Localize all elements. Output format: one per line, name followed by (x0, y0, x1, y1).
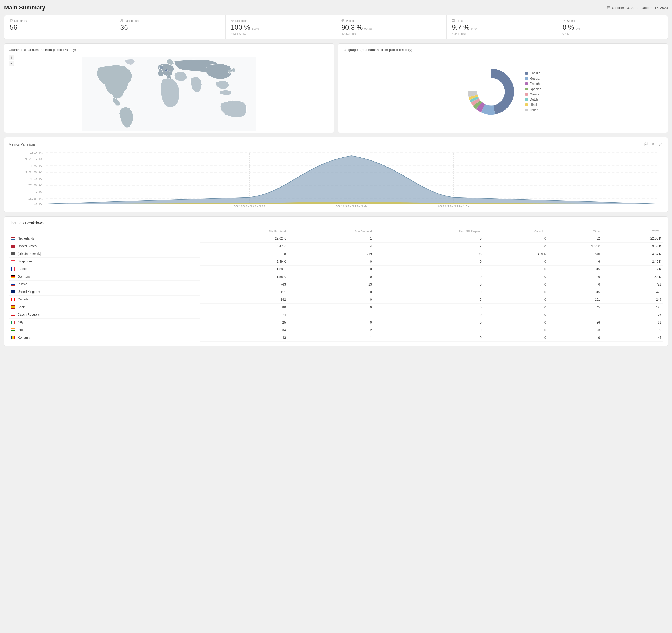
cell-cron-job-10: 0 (484, 311, 548, 319)
cell-cron-job-1: 0 (484, 242, 548, 250)
metrics-users-button[interactable] (651, 142, 656, 147)
cell-country-4: France (9, 265, 200, 273)
svg-point-23 (652, 143, 654, 144)
legend-french: French (525, 82, 541, 86)
cell-rest-api-2: 193 (374, 250, 484, 258)
cell-rest-api-13: 0 (374, 334, 484, 341)
col-header-country (9, 228, 200, 235)
cell-site-backend-5: 0 (288, 273, 374, 281)
table-row: United Kingdom 111 0 0 0 315 426 (9, 288, 663, 296)
legend-dot-dutch (525, 98, 528, 101)
table-row: Romania 43 1 0 0 0 44 (9, 334, 663, 341)
cell-cron-job-2: 3.05 K (484, 250, 548, 258)
map-controls: + − (9, 55, 14, 66)
cell-rest-api-5: 0 (374, 273, 484, 281)
cell-total-2: 4.34 K (602, 250, 663, 258)
cell-country-1: United States (9, 242, 200, 250)
table-row: France 1.38 K 0 0 0 315 1.7 K (9, 265, 663, 273)
cell-cron-job-12: 0 (484, 326, 548, 334)
flag-sg (11, 260, 16, 263)
flag-cz (11, 313, 16, 316)
svg-text:2020-10-14: 2020-10-14 (336, 205, 367, 208)
cell-other-4: 315 (548, 265, 602, 273)
cell-site-frontend-3: 2.49 K (200, 258, 288, 265)
cell-cron-job-9: 0 (484, 303, 548, 311)
cell-other-5: 46 (548, 273, 602, 281)
cell-site-frontend-13: 43 (200, 334, 288, 341)
cell-total-6: 772 (602, 281, 663, 288)
cell-site-frontend-10: 74 (200, 311, 288, 319)
table-row: India 34 2 0 0 23 59 (9, 326, 663, 334)
svg-text:2.5 K: 2.5 K (28, 197, 43, 200)
cell-rest-api-10: 0 (374, 311, 484, 319)
flag-ro (11, 336, 16, 339)
table-row: Italy 25 0 0 0 36 61 (9, 319, 663, 326)
stats-row: Countries 56 Languages 36 Detection (4, 15, 668, 39)
cell-cron-job-4: 0 (484, 265, 548, 273)
detection-icon (231, 19, 234, 22)
cell-other-10: 1 (548, 311, 602, 319)
cell-site-frontend-5: 1.58 K (200, 273, 288, 281)
area-chart-svg: 20 K 17.5 K 15 K 12.5 K 10 K 7.5 K 5 K 2… (9, 150, 663, 208)
svg-text:5 K: 5 K (33, 191, 43, 194)
flag-us (11, 245, 16, 248)
table-row: Czech Republic 74 1 0 0 1 76 (9, 311, 663, 319)
svg-text:2020-10-15: 2020-10-15 (438, 205, 469, 208)
flag-nl (11, 237, 16, 240)
zoom-in-button[interactable]: + (9, 55, 14, 60)
cell-other-2: 876 (548, 250, 602, 258)
zoom-out-button[interactable]: − (9, 61, 14, 66)
svg-rect-0 (607, 6, 610, 9)
table-row: Canada 142 0 6 0 101 249 (9, 296, 663, 303)
calendar-icon (607, 6, 610, 9)
legend-spanish: Spanish (525, 87, 541, 91)
legend-russian: Russian (525, 77, 541, 80)
channels-table: Site Frontend Site Backend Rest API Requ… (9, 228, 663, 342)
users-icon (120, 19, 123, 22)
cell-other-1: 3.06 K (548, 242, 602, 250)
svg-text:2020-10-13: 2020-10-13 (234, 205, 265, 208)
cell-total-12: 59 (602, 326, 663, 334)
svg-text:20 K: 20 K (30, 151, 43, 154)
users-icon (651, 142, 655, 146)
flag-es (11, 306, 16, 309)
cell-country-7: United Kingdom (9, 288, 200, 296)
cell-other-12: 23 (548, 326, 602, 334)
world-map-svg (9, 57, 330, 130)
cell-site-frontend-8: 142 (200, 296, 288, 303)
cell-site-backend-8: 0 (288, 296, 374, 303)
metrics-flag-button[interactable] (643, 142, 649, 147)
cell-site-backend-1: 4 (288, 242, 374, 250)
cell-site-backend-13: 1 (288, 334, 374, 341)
legend-dot-hindi (525, 103, 528, 106)
cell-total-9: 125 (602, 303, 663, 311)
metrics-expand-button[interactable] (658, 142, 663, 147)
cell-site-backend-12: 2 (288, 326, 374, 334)
cell-country-13: Romania (9, 334, 200, 341)
cell-country-10: Czech Republic (9, 311, 200, 319)
cell-site-frontend-6: 743 (200, 281, 288, 288)
cell-country-8: Canada (9, 296, 200, 303)
flag-it (11, 321, 16, 324)
svg-text:7.5 K: 7.5 K (28, 184, 43, 187)
table-row: Singapore 2.49 K 0 0 0 6 2.49 K (9, 258, 663, 265)
table-row: Germany 1.58 K 0 0 0 46 1.63 K (9, 273, 663, 281)
countries-card: Countries (real humans from public IPs o… (4, 43, 334, 133)
cell-rest-api-1: 2 (374, 242, 484, 250)
cell-site-backend-4: 0 (288, 265, 374, 273)
cell-total-13: 44 (602, 334, 663, 341)
cell-rest-api-3: 0 (374, 258, 484, 265)
cell-site-backend-9: 0 (288, 303, 374, 311)
world-map: + − (9, 55, 330, 128)
cell-cron-job-0: 0 (484, 235, 548, 243)
stat-satellite: Satellite 0 % 0% 0 hits (557, 16, 668, 39)
cell-site-backend-6: 23 (288, 281, 374, 288)
flag-icon (10, 19, 13, 22)
cell-site-frontend-1: 6.47 K (200, 242, 288, 250)
donut-container: English Russian French Spanish (342, 55, 663, 128)
expand-icon (659, 142, 663, 146)
map-languages-section: Countries (real humans from public IPs o… (4, 43, 668, 133)
legend-other: Other (525, 108, 541, 112)
cell-country-0: Netherlands (9, 235, 200, 242)
cell-rest-api-9: 0 (374, 303, 484, 311)
